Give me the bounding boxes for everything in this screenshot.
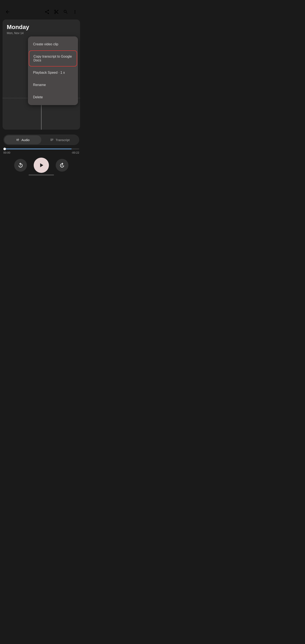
playback-controls: 5 10 — [4, 158, 79, 173]
rewind-label: 5 — [20, 164, 21, 166]
top-navigation — [0, 6, 82, 18]
menu-item-create-video-clip[interactable]: Create video clip — [28, 38, 78, 50]
recording-card: Monday Mon, Nov 14 Create video clip Cop… — [2, 20, 80, 130]
status-bar — [0, 0, 82, 6]
time-labels: 00:00 -00:22 — [4, 151, 79, 154]
forward-label: 10 — [61, 164, 63, 166]
menu-item-playback-speed[interactable]: Playback Speed · 1 x — [28, 66, 78, 79]
progress-thumb[interactable] — [4, 148, 6, 150]
back-button[interactable] — [4, 8, 12, 16]
nav-actions — [43, 8, 79, 16]
cut-button[interactable] — [52, 8, 60, 16]
search-button[interactable] — [62, 8, 70, 16]
tab-bar: Audio Transcript — [4, 134, 79, 145]
menu-item-rename[interactable]: Rename — [28, 79, 78, 91]
remaining-time: -00:22 — [72, 151, 79, 154]
context-menu: Create video clip Copy transcript to Goo… — [28, 36, 78, 105]
recording-date: Mon, Nov 14 — [7, 31, 76, 35]
menu-item-delete[interactable]: Delete — [28, 91, 78, 104]
player-controls: Audio Transcript 00:00 -00:22 5 — [0, 131, 82, 179]
tab-transcript[interactable]: Transcript — [41, 135, 78, 144]
current-time: 00:00 — [4, 151, 10, 154]
tab-audio[interactable]: Audio — [4, 135, 41, 144]
play-button[interactable] — [34, 158, 49, 173]
progress-fill — [4, 148, 72, 149]
progress-bar[interactable] — [4, 148, 79, 149]
recording-title: Monday — [7, 24, 76, 30]
more-options-button[interactable] — [71, 8, 79, 16]
menu-item-copy-transcript[interactable]: Copy transcript to Google Docs — [29, 50, 77, 66]
home-indicator — [28, 174, 54, 176]
forward-button[interactable]: 10 — [56, 159, 68, 172]
rewind-button[interactable]: 5 — [14, 159, 27, 172]
progress-container[interactable]: 00:00 -00:22 — [4, 148, 79, 154]
share-button[interactable] — [43, 8, 51, 16]
